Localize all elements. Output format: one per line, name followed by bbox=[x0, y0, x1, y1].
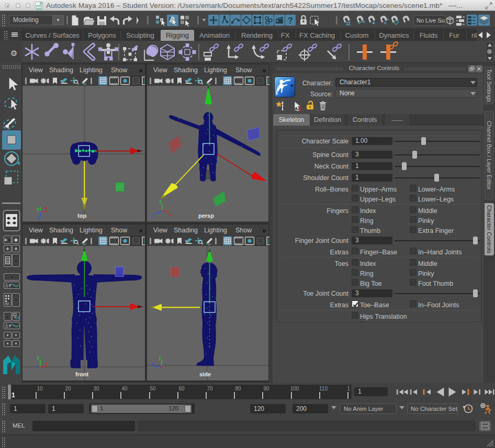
svg-text:20: 20 bbox=[65, 386, 71, 391]
svg-text:50: 50 bbox=[150, 386, 156, 391]
svg-text:y: y bbox=[37, 355, 39, 360]
svg-text:60: 60 bbox=[178, 386, 185, 391]
svg-text:front: front bbox=[75, 371, 88, 377]
svg-text:z: z bbox=[37, 215, 40, 220]
svg-text:10: 10 bbox=[37, 386, 43, 391]
svg-text:top: top bbox=[77, 212, 86, 219]
svg-text:30: 30 bbox=[93, 386, 99, 391]
svg-text:side: side bbox=[199, 371, 211, 377]
svg-text:x: x bbox=[45, 205, 48, 210]
svg-text:y: y bbox=[37, 206, 39, 211]
svg-text:z: z bbox=[36, 364, 39, 369]
svg-text:x: x bbox=[161, 364, 163, 369]
svg-text:x: x bbox=[169, 212, 172, 218]
svg-text:1: 1 bbox=[347, 386, 350, 391]
svg-text:x: x bbox=[45, 361, 48, 366]
svg-text:80: 80 bbox=[235, 386, 241, 391]
svg-text:100: 100 bbox=[290, 386, 299, 391]
svg-text:90: 90 bbox=[263, 386, 269, 391]
svg-text:y: y bbox=[159, 355, 161, 360]
svg-text:40: 40 bbox=[121, 386, 128, 391]
svg-text:z: z bbox=[152, 212, 155, 218]
svg-text:70: 70 bbox=[207, 386, 213, 391]
svg-text:persp: persp bbox=[198, 212, 214, 219]
svg-text:?: ? bbox=[288, 16, 293, 25]
svg-text:z: z bbox=[151, 361, 154, 366]
svg-text:y: y bbox=[159, 198, 162, 204]
svg-text:110: 110 bbox=[319, 386, 328, 391]
